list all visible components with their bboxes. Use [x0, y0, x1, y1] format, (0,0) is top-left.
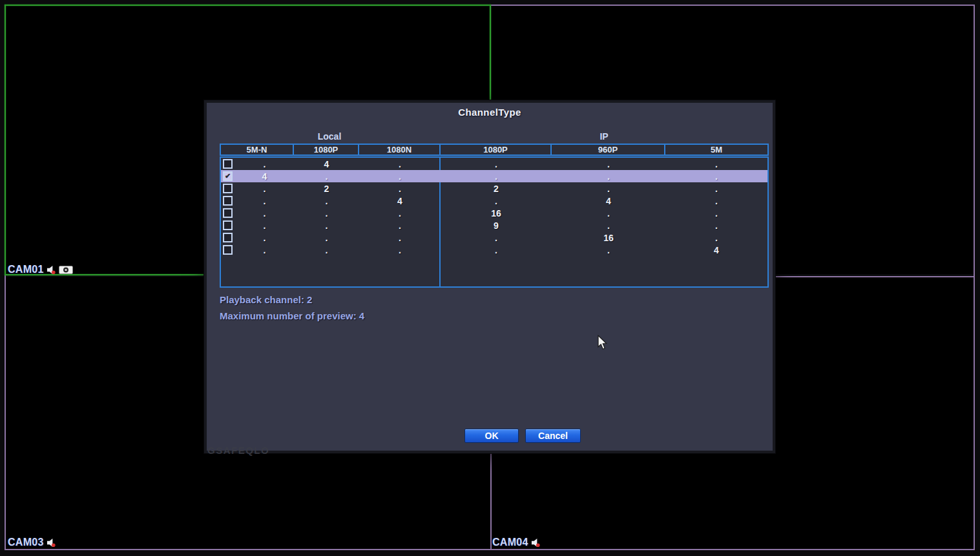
- grid-line-left-lower-purple: [5, 275, 6, 550]
- channel-count-cell: .: [552, 245, 665, 255]
- grid-line-top-left-green: [5, 5, 491, 6]
- column-group-ip: IP: [439, 131, 769, 142]
- checkbox-cell: ✔: [221, 171, 235, 181]
- channel-count-cell: .: [552, 220, 665, 231]
- cancel-button[interactable]: Cancel: [525, 429, 581, 443]
- channel-count-cell: 16: [441, 208, 552, 219]
- row-checkbox[interactable]: [223, 245, 233, 255]
- channel-count-cell: .: [294, 171, 359, 182]
- channel-config-row-6[interactable]: ...9..: [221, 219, 767, 231]
- channel-count-cell: .: [294, 208, 359, 219]
- max-preview-label: Maximum number of preview: 4: [220, 310, 364, 321]
- channel-count-cell: .: [235, 220, 294, 231]
- row-checkbox[interactable]: [223, 233, 233, 242]
- column-header-3: 1080N: [359, 145, 441, 155]
- row-checkbox-checked[interactable]: ✔: [223, 171, 233, 181]
- column-header-4: 1080P: [441, 145, 552, 155]
- channel-count-cell: .: [665, 184, 767, 194]
- channel-count-cell: .: [665, 171, 767, 182]
- channel-count-cell: .: [552, 208, 665, 219]
- channel-count-cell: .: [359, 159, 441, 169]
- checkbox-cell: [221, 159, 235, 169]
- channel-count-cell: .: [235, 245, 294, 255]
- channel-config-row-7[interactable]: ....16.: [221, 231, 767, 244]
- channel-config-row-4[interactable]: ..4.4.: [221, 195, 767, 207]
- camera-name: CAM01: [8, 264, 44, 275]
- row-checkbox[interactable]: [223, 208, 233, 218]
- grid-line-left-upper-green: [5, 5, 6, 275]
- camera-name: CAM03: [8, 537, 44, 548]
- channel-count-cell: .: [294, 220, 359, 231]
- channel-type-dialog: ChannelType Local IP 5M-N1080P1080N1080P…: [204, 100, 775, 453]
- channel-config-row-5[interactable]: ...16..: [221, 207, 767, 219]
- channel-count-cell: .: [235, 196, 294, 206]
- channel-count-cell: .: [552, 159, 665, 169]
- channel-count-cell: .: [235, 233, 294, 243]
- dialog-title: ChannelType: [207, 107, 773, 118]
- channel-count-cell: .: [441, 196, 552, 206]
- row-checkbox[interactable]: [223, 196, 233, 206]
- speaker-muted-icon: [47, 265, 56, 275]
- channel-type-table-header: 5M-N1080P1080N1080P960P5M: [220, 144, 769, 156]
- channel-count-cell: .: [294, 245, 359, 255]
- channel-count-cell: .: [665, 196, 767, 206]
- channel-count-cell: .: [441, 245, 552, 255]
- ok-button[interactable]: OK: [464, 429, 519, 443]
- channel-config-row-1[interactable]: .4....: [221, 158, 767, 170]
- row-checkbox[interactable]: [223, 159, 233, 169]
- channel-count-cell: 4: [235, 171, 294, 182]
- channel-count-cell: .: [359, 233, 441, 243]
- grid-line-right-purple: [974, 5, 975, 550]
- channel-count-cell: .: [235, 184, 294, 194]
- column-header-5: 960P: [552, 145, 665, 155]
- channel-config-row-8[interactable]: .....4: [221, 244, 767, 256]
- channel-count-cell: .: [359, 220, 441, 231]
- channel-count-cell: .: [359, 245, 441, 255]
- grid-line-bottom-purple: [5, 549, 975, 550]
- vendor-watermark: GSAFEQLO: [207, 445, 269, 456]
- channel-count-cell: .: [359, 208, 441, 219]
- channel-count-cell: .: [665, 159, 767, 169]
- channel-count-cell: .: [441, 171, 552, 182]
- camera-icon: [59, 265, 73, 275]
- camera-label-cam04: CAM04: [492, 537, 541, 548]
- channel-count-cell: 4: [665, 245, 767, 255]
- checkbox-cell: [221, 245, 235, 255]
- channel-count-cell: .: [235, 159, 294, 169]
- channel-count-cell: 2: [294, 184, 359, 194]
- camera-label-cam01: CAM01: [8, 264, 73, 275]
- channel-count-cell: 4: [294, 159, 359, 169]
- channel-count-cell: .: [552, 184, 665, 194]
- channel-count-cell: .: [359, 184, 441, 194]
- channel-count-cell: .: [665, 233, 767, 243]
- row-checkbox[interactable]: [223, 184, 233, 193]
- channel-count-cell: .: [665, 208, 767, 219]
- checkbox-cell: [221, 184, 235, 193]
- channel-count-cell: 9: [441, 220, 552, 231]
- channel-count-cell: .: [441, 233, 552, 243]
- column-header-2: 1080P: [294, 145, 359, 155]
- channel-count-cell: .: [552, 171, 665, 182]
- row-checkbox[interactable]: [223, 220, 233, 230]
- channel-type-table-body: .4....✔4......2.2....4.4....16.....9....…: [220, 156, 769, 288]
- channel-count-cell: .: [294, 233, 359, 243]
- column-header-1: 5M-N: [221, 145, 294, 155]
- channel-count-cell: .: [359, 171, 441, 182]
- channel-count-cell: 4: [552, 196, 665, 206]
- channel-config-row-3[interactable]: .2.2..: [221, 182, 767, 195]
- channel-count-cell: 2: [441, 184, 552, 194]
- channel-config-row-2[interactable]: ✔4.....: [221, 170, 767, 182]
- checkbox-cell: [221, 233, 235, 242]
- column-group-local: Local: [220, 131, 439, 142]
- playback-channel-label: Playback channel: 2: [220, 294, 312, 305]
- grid-line-top-right-purple: [491, 5, 975, 6]
- channel-count-cell: .: [294, 196, 359, 206]
- speaker-muted-icon: [531, 538, 541, 548]
- channel-count-cell: .: [441, 159, 552, 169]
- column-header-6: 5M: [665, 145, 767, 155]
- channel-count-cell: 16: [552, 233, 665, 243]
- channel-count-cell: .: [235, 208, 294, 219]
- speaker-muted-icon: [47, 538, 56, 548]
- dvr-main-screen: CAM01 CAM03 CAM04 ChannelType Local IP 5…: [0, 0, 980, 556]
- mouse-cursor: [598, 335, 609, 354]
